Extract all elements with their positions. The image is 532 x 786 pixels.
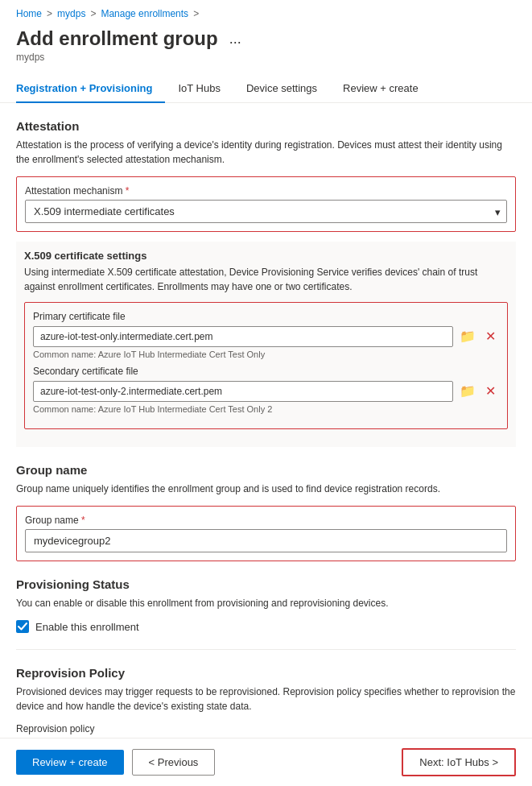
primary-cert-common-name: Common name: Azure IoT Hub Intermediate … — [33, 350, 499, 359]
attestation-mechanism-label: Attestation mechanism — [25, 185, 507, 196]
page-title: Add enrollment group — [16, 27, 218, 50]
attestation-description: Attestation is the process of verifying … — [16, 138, 516, 167]
enable-enrollment-row: Enable this enrollment — [16, 620, 516, 633]
secondary-cert-field: Secondary certificate file 📁 ✕ Common na… — [33, 366, 499, 414]
attestation-section: Attestation Attestation is the process o… — [16, 119, 516, 447]
breadcrumb-manage[interactable]: Manage enrollments — [101, 8, 188, 19]
cert-settings-section: X.509 certificate settings Using interme… — [16, 242, 516, 447]
previous-button[interactable]: < Previous — [132, 749, 216, 776]
enable-enrollment-checkbox[interactable] — [16, 620, 29, 633]
primary-cert-delete-button[interactable]: ✕ — [482, 325, 499, 347]
cert-settings-description: Using intermediate X.509 certificate att… — [24, 265, 508, 294]
tab-iot-hubs[interactable]: IoT Hubs — [178, 74, 233, 102]
breadcrumb-sep3: > — [193, 8, 199, 19]
breadcrumb-sep1: > — [47, 8, 52, 19]
group-name-description: Group name uniquely identifies the enrol… — [16, 482, 516, 496]
tab-registration-provisioning[interactable]: Registration + Provisioning — [16, 74, 165, 102]
secondary-cert-delete-button[interactable]: ✕ — [482, 380, 499, 402]
primary-cert-row: 📁 ✕ — [33, 325, 499, 347]
breadcrumb: Home > mydps > Manage enrollments > — [0, 0, 532, 24]
attestation-mechanism-select-wrapper: X.509 intermediate certificatesSymmetric… — [25, 200, 507, 223]
attestation-mechanism-box: Attestation mechanism X.509 intermediate… — [16, 176, 516, 232]
primary-cert-field: Primary certificate file 📁 ✕ Common name… — [33, 311, 499, 359]
breadcrumb-mydps[interactable]: mydps — [57, 8, 85, 19]
attestation-mechanism-select[interactable]: X.509 intermediate certificatesSymmetric… — [25, 200, 507, 223]
footer: Review + create < Previous Next: IoT Hub… — [0, 738, 532, 786]
group-name-input[interactable] — [25, 529, 507, 552]
breadcrumb-home[interactable]: Home — [16, 8, 42, 19]
attestation-title: Attestation — [16, 119, 516, 133]
provisioning-status-title: Provisioning Status — [16, 577, 516, 591]
cert-settings-title: X.509 certificate settings — [24, 250, 508, 262]
provisioning-status-description: You can enable or disable this enrollmen… — [16, 596, 516, 610]
main-content: Attestation Attestation is the process o… — [0, 103, 532, 786]
tab-device-settings[interactable]: Device settings — [246, 74, 330, 102]
breadcrumb-sep2: > — [90, 8, 96, 19]
secondary-cert-row: 📁 ✕ — [33, 380, 499, 402]
group-name-section: Group name Group name uniquely identifie… — [16, 463, 516, 561]
page-subtitle: mydps — [16, 52, 516, 63]
group-name-label: Group name — [25, 515, 507, 526]
review-create-button[interactable]: Review + create — [16, 750, 124, 775]
provisioning-status-section: Provisioning Status You can enable or di… — [16, 577, 516, 633]
ellipsis-button[interactable]: ... — [225, 29, 246, 49]
secondary-cert-label: Secondary certificate file — [33, 366, 499, 377]
reprovision-policy-title: Reprovision Policy — [16, 666, 516, 680]
group-name-title: Group name — [16, 463, 516, 477]
tabs-nav: Registration + Provisioning IoT Hubs Dev… — [0, 74, 532, 103]
tab-review-create[interactable]: Review + create — [343, 74, 431, 102]
enable-enrollment-label: Enable this enrollment — [35, 621, 139, 633]
page-header: Add enrollment group ... mydps — [0, 24, 532, 71]
primary-cert-label: Primary certificate file — [33, 311, 499, 322]
group-name-box: Group name — [16, 506, 516, 561]
secondary-cert-common-name: Common name: Azure IoT Hub Intermediate … — [33, 404, 499, 414]
next-button[interactable]: Next: IoT Hubs > — [402, 748, 516, 776]
reprovision-policy-label: Reprovision policy — [16, 723, 516, 734]
section-divider — [16, 649, 516, 650]
secondary-cert-folder-button[interactable]: 📁 — [456, 380, 479, 402]
reprovision-policy-description: Provisioned devices may trigger requests… — [16, 685, 516, 714]
secondary-cert-input[interactable] — [33, 381, 453, 402]
primary-cert-folder-button[interactable]: 📁 — [456, 325, 479, 347]
cert-files-box: Primary certificate file 📁 ✕ Common name… — [24, 302, 508, 429]
primary-cert-input[interactable] — [33, 326, 453, 347]
